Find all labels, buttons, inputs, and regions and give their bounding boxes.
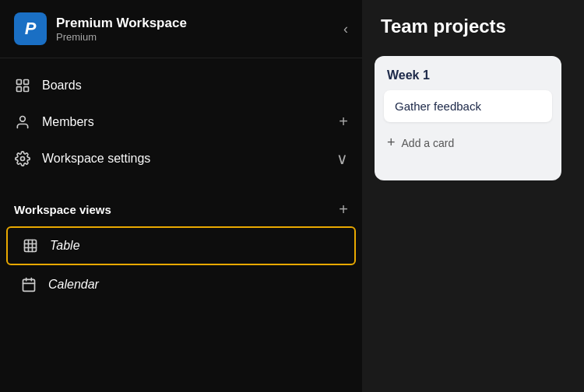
svg-rect-11 (23, 279, 35, 291)
collapse-sidebar-button[interactable]: ‹ (343, 21, 348, 37)
members-add-button[interactable]: + (339, 113, 348, 131)
svg-point-5 (21, 157, 25, 161)
main-content: Team projects Week 1 Gather feedback + A… (362, 0, 584, 392)
workspace-header: P Premium Workspace Premium ‹ (0, 0, 362, 58)
add-view-button[interactable]: + (339, 201, 348, 219)
column-header-week1: Week 1 (384, 65, 552, 90)
add-card-label: Add a card (402, 137, 455, 149)
board-column-week1: Week 1 Gather feedback + Add a card (375, 56, 561, 180)
workspace-text: Premium Workspace Premium (56, 16, 187, 43)
workspace-views-section-header: Workspace views + (0, 187, 362, 225)
svg-rect-2 (17, 87, 22, 92)
workspace-logo: P (14, 12, 47, 45)
page-title: Team projects (381, 16, 565, 37)
sidebar-item-table[interactable]: Table (6, 226, 356, 265)
workspace-info: P Premium Workspace Premium (14, 12, 187, 45)
workspace-plan: Premium (56, 31, 187, 43)
sidebar-item-boards[interactable]: Boards (0, 68, 362, 103)
members-label: Members (42, 115, 94, 129)
sidebar-nav: Boards Members + (0, 58, 362, 187)
board-area: Week 1 Gather feedback + Add a card (362, 50, 584, 187)
workspace-settings-label: Workspace settings (42, 152, 150, 166)
calendar-view-label: Calendar (48, 278, 99, 292)
main-header: Team projects (362, 0, 584, 50)
calendar-icon (20, 276, 37, 293)
sidebar-item-calendar[interactable]: Calendar (6, 267, 356, 303)
workspace-views-title: Workspace views (14, 203, 111, 216)
svg-rect-6 (25, 240, 37, 252)
sidebar: P Premium Workspace Premium ‹ (0, 0, 362, 392)
table-icon (22, 237, 39, 254)
sidebar-item-members[interactable]: Members + (0, 103, 362, 140)
sidebar-item-workspace-settings[interactable]: Workspace settings ∨ (0, 140, 362, 177)
add-icon: + (387, 135, 396, 151)
boards-label: Boards (42, 79, 82, 93)
card-gather-feedback[interactable]: Gather feedback (384, 90, 552, 122)
members-icon (14, 114, 31, 131)
svg-point-4 (20, 116, 26, 121)
workspace-settings-toggle[interactable]: ∨ (336, 149, 348, 168)
table-view-label: Table (50, 239, 80, 253)
svg-rect-0 (17, 80, 22, 85)
boards-icon (14, 77, 31, 94)
workspace-name: Premium Workspace (56, 16, 187, 31)
svg-rect-1 (24, 80, 29, 85)
svg-rect-3 (24, 87, 29, 92)
settings-icon (14, 150, 31, 167)
add-card-button[interactable]: + Add a card (384, 128, 552, 157)
